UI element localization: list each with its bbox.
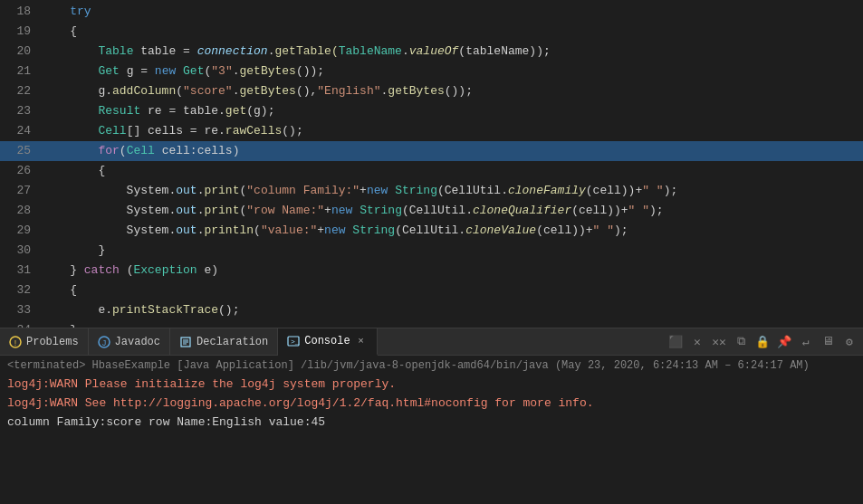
console-line: log4j:WARN See http://logging.apache.org… [7,395,856,414]
code-line: 31 } catch (Exception e) [0,261,863,281]
code-line: 33 e.printStackTrace(); [0,300,863,320]
svg-text:!: ! [13,339,17,348]
console-tab-close[interactable]: × [355,335,368,347]
problems-tab-icon: ! [9,336,22,348]
code-line: 26 { [0,161,863,181]
tab-declaration[interactable]: Declaration [170,328,278,356]
code-line: 20 Table table = connection.getTable(Tab… [0,42,863,62]
line-number: 29 [0,223,42,237]
close-icon[interactable]: ✕ [687,332,707,352]
line-number: 20 [0,44,42,58]
problems-tab-label: Problems [26,336,79,348]
line-content: Cell[] cells = re.rawCells(); [42,121,863,141]
settings-icon[interactable]: ⚙ [839,332,859,352]
close-all-icon[interactable]: ✕✕ [709,332,729,352]
line-content: { [42,161,863,181]
line-number: 19 [0,24,42,38]
line-number: 23 [0,104,42,118]
svg-text:J: J [101,339,106,348]
line-number: 24 [0,124,42,138]
line-content: } [42,320,863,328]
copy-icon[interactable]: ⧉ [731,332,751,352]
code-line: 19 { [0,22,863,42]
console-tab-label: Console [304,335,350,347]
line-content: { [42,281,863,300]
code-line: 22 g.addColumn("score".getBytes(),"Engli… [0,81,863,101]
bottom-panel: !ProblemsJJavadocDeclaration>_Console× ⬛… [0,328,863,504]
console-lines: log4j:WARN Please initialize the log4j s… [7,376,856,432]
tabs-toolbar: ⬛✕✕✕⧉🔒📌↵🖥⚙ [666,332,863,352]
code-line: 30 } [0,241,863,261]
code-line: 29 System.out.println("value:"+new Strin… [0,221,863,241]
line-number: 28 [0,204,42,217]
line-number: 27 [0,184,42,197]
declaration-tab-label: Declaration [197,336,268,348]
line-number: 25 [0,144,42,157]
word-wrap-icon[interactable]: ↵ [796,332,816,352]
code-line: 25 for(Cell cell:cells) [0,141,863,161]
line-content: e.printStackTrace(); [42,300,863,320]
line-number: 31 [0,263,42,277]
code-line: 34 } [0,320,863,328]
javadoc-tab-label: Javadoc [115,336,160,348]
line-number: 26 [0,164,42,177]
code-line: 27 System.out.print("column Family:"+new… [0,181,863,201]
stop-icon[interactable]: ⬛ [666,332,686,352]
tabs-bar: !ProblemsJJavadocDeclaration>_Console× ⬛… [0,328,863,356]
console-terminated: <terminated> HbaseExample [Java Applicat… [7,359,856,372]
line-content: } [42,241,863,261]
code-lines: 18 try19 {20 Table table = connection.ge… [0,0,863,328]
tab-problems[interactable]: !Problems [0,328,89,356]
line-content: try [42,2,863,22]
line-number: 18 [0,5,42,18]
javadoc-tab-icon: J [98,336,110,348]
line-content: System.out.print("row Name:"+new String(… [42,201,863,221]
line-content: { [42,22,863,42]
line-number: 32 [0,283,42,297]
code-editor: 18 try19 {20 Table table = connection.ge… [0,0,863,328]
code-line: 32 { [0,281,863,300]
code-line: 21 Get g = new Get("3".getBytes()); [0,62,863,81]
line-content: Result re = table.get(g); [42,101,863,121]
line-number: 21 [0,64,42,78]
console-tab-icon: >_ [287,335,300,347]
scroll-lock-icon[interactable]: 🔒 [753,332,772,352]
code-line: 28 System.out.print("row Name:"+new Stri… [0,201,863,221]
line-number: 33 [0,303,42,317]
svg-text:>_: >_ [291,338,300,346]
line-content: } catch (Exception e) [42,261,863,281]
line-content: Table table = connection.getTable(TableN… [42,42,863,62]
line-content: Get g = new Get("3".getBytes()); [42,62,863,81]
pin-icon[interactable]: 📌 [774,332,794,352]
console-line: column Family:score row Name:English val… [7,414,856,433]
line-content: for(Cell cell:cells) [42,141,863,161]
line-number: 22 [0,84,42,98]
declaration-tab-icon [179,336,192,348]
line-content: g.addColumn("score".getBytes(),"English"… [42,81,863,101]
tab-console[interactable]: >_Console× [278,328,377,356]
code-line: 18 try [0,2,863,22]
line-content: System.out.print("column Family:"+new St… [42,181,863,201]
line-content: System.out.println("value:"+new String(C… [42,221,863,241]
console-output: <terminated> HbaseExample [Java Applicat… [0,356,863,504]
code-line: 24 Cell[] cells = re.rawCells(); [0,121,863,141]
open-console-icon[interactable]: 🖥 [818,332,838,352]
console-line: log4j:WARN Please initialize the log4j s… [7,376,856,395]
tab-javadoc[interactable]: JJavadoc [89,328,170,356]
line-number: 30 [0,243,42,257]
code-line: 23 Result re = table.get(g); [0,101,863,121]
